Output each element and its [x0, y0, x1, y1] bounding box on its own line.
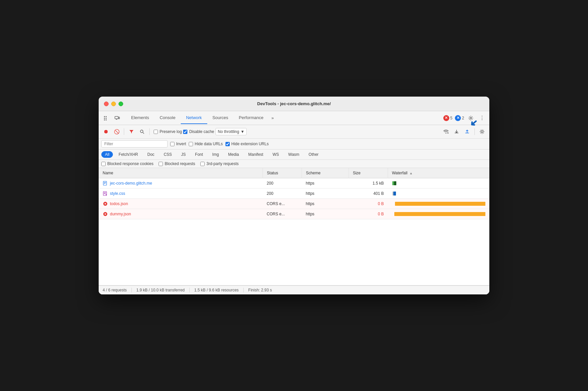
col-status[interactable]: Status	[263, 168, 302, 178]
tab-icons	[101, 113, 122, 123]
third-party-checkbox[interactable]	[200, 162, 205, 166]
svg-rect-6	[115, 116, 118, 119]
type-btn-ws[interactable]: WS	[269, 151, 282, 158]
finish-status: Finish: 2.93 s	[244, 288, 276, 292]
waterfall-cell	[388, 209, 489, 219]
type-btn-other[interactable]: Other	[305, 151, 322, 158]
type-filter: All Fetch/XHR Doc CSS JS Font Img Media …	[99, 150, 489, 160]
size-cell: 0 B	[349, 209, 388, 219]
preserve-log-checkbox[interactable]	[154, 130, 158, 134]
disable-cache-checkbox[interactable]	[183, 130, 187, 134]
size-cell: 1.5 kB	[349, 178, 388, 189]
size-cell: 401 B	[349, 189, 388, 199]
hide-data-urls-checkbox[interactable]	[189, 142, 193, 146]
css-icon	[103, 191, 108, 196]
blocked-cookies-label[interactable]: Blocked response cookies	[101, 161, 153, 166]
toolbar-divider-2	[149, 128, 150, 135]
record-button[interactable]: ⏺	[101, 127, 111, 136]
hide-extension-urls-checkbox[interactable]	[225, 142, 230, 146]
maximize-button[interactable]	[119, 102, 123, 106]
type-btn-css[interactable]: CSS	[160, 151, 175, 158]
col-name[interactable]: Name	[99, 168, 263, 178]
status-cell: 200	[263, 178, 302, 189]
blocked-requests-checkbox[interactable]	[159, 162, 163, 166]
tab-network[interactable]: Network	[181, 112, 207, 124]
cursor-icon[interactable]	[101, 113, 111, 123]
name-cell: style.css	[103, 191, 228, 196]
transferred-status: 1.9 kB / 10.0 kB transferred	[132, 288, 190, 292]
file-name: todos.json	[110, 201, 128, 206]
throttle-select[interactable]: No throttling ▼	[216, 128, 247, 135]
preserve-log-label[interactable]: Preserve log	[154, 129, 182, 134]
tab-performance[interactable]: Performance	[233, 112, 269, 124]
hide-data-urls-label[interactable]: Hide data URLs	[189, 142, 223, 146]
error-badge-blue: ✕ 2	[455, 115, 464, 121]
svg-point-15	[481, 131, 483, 133]
table-row[interactable]: style.css 200 https 401 B	[99, 189, 489, 199]
waterfall-cell	[388, 199, 489, 209]
hide-extension-urls-label[interactable]: Hide extension URLs	[225, 142, 269, 146]
devtools-body: Elements Console Network Sources Perform…	[99, 111, 489, 294]
svg-point-10	[140, 130, 143, 133]
type-btn-media[interactable]: Media	[224, 151, 243, 158]
disable-cache-label[interactable]: Disable cache	[183, 129, 214, 134]
table-header: Name Status Scheme Size Waterfall ▲	[99, 168, 489, 178]
network-settings-icon[interactable]	[477, 127, 487, 136]
tab-sources[interactable]: Sources	[207, 112, 234, 124]
table-row[interactable]: todos.json CORS e... https 0 B	[99, 199, 489, 209]
resources-status: 1.5 kB / 9.6 kB resources	[190, 288, 244, 292]
col-scheme[interactable]: Scheme	[302, 168, 349, 178]
col-waterfall[interactable]: Waterfall ▲	[388, 168, 489, 178]
traffic-lights	[104, 102, 123, 106]
type-btn-font[interactable]: Font	[191, 151, 207, 158]
close-button[interactable]	[104, 102, 109, 106]
table-body: jec-cors-demo.glitch.me 200 https 1.5 kB	[99, 178, 489, 219]
svg-point-12	[446, 133, 447, 134]
error-icon	[103, 211, 108, 217]
scheme-cell: https	[302, 209, 349, 219]
status-cell: CORS e...	[263, 199, 302, 209]
type-btn-fetch-xhr[interactable]: Fetch/XHR	[115, 151, 142, 158]
type-btn-img[interactable]: Img	[209, 151, 222, 158]
settings-icon[interactable]	[466, 113, 475, 123]
table-row[interactable]: dummy.json CORS e... https 0 B	[99, 209, 489, 219]
import-button[interactable]	[452, 127, 461, 136]
name-cell: todos.json	[103, 201, 228, 206]
tab-overflow[interactable]: »	[269, 112, 276, 124]
invert-label[interactable]: Invert	[170, 142, 186, 146]
sort-arrow: ▲	[410, 171, 413, 175]
clear-button[interactable]: 🚫	[112, 127, 121, 136]
device-toolbar-icon[interactable]	[113, 113, 122, 123]
type-btn-js[interactable]: JS	[177, 151, 189, 158]
tab-right-controls: ✕ 5 ✕ 2 ⋮	[443, 113, 487, 123]
blocked-cookies-checkbox[interactable]	[101, 162, 106, 166]
filter-input[interactable]	[101, 140, 168, 148]
type-btn-all[interactable]: All	[101, 151, 113, 158]
third-party-label[interactable]: 3rd-party requests	[200, 161, 238, 166]
type-btn-doc[interactable]: Doc	[144, 151, 158, 158]
scheme-cell: https	[302, 199, 349, 209]
filter-icon[interactable]	[127, 127, 136, 136]
minimize-button[interactable]	[111, 102, 116, 106]
toolbar-right: ➜	[441, 127, 487, 136]
window-title: DevTools - jec-cors-demo.glitch.me/	[257, 101, 331, 106]
tab-console[interactable]: Console	[154, 112, 181, 124]
table-row[interactable]: jec-cors-demo.glitch.me 200 https 1.5 kB	[99, 178, 489, 189]
wifi-settings-icon[interactable]	[441, 127, 451, 136]
more-icon[interactable]: ⋮	[477, 113, 487, 123]
filter-row: Invert Hide data URLs Hide extension URL…	[99, 139, 489, 150]
toolbar: ⏺ 🚫 Preserve log Disable ca	[99, 125, 489, 139]
type-btn-wasm[interactable]: Wasm	[285, 151, 303, 158]
blocked-row: Blocked response cookies Blocked request…	[99, 160, 489, 168]
invert-checkbox[interactable]	[170, 142, 174, 146]
search-icon[interactable]	[137, 127, 147, 136]
blocked-requests-label[interactable]: Blocked requests	[159, 161, 195, 166]
export-button[interactable]: ➜	[463, 127, 472, 136]
network-table: Name Status Scheme Size Waterfall ▲	[99, 168, 489, 219]
error-icon-blue: ✕	[455, 115, 461, 121]
type-btn-manifest[interactable]: Manifest	[245, 151, 267, 158]
col-size[interactable]: Size	[349, 168, 388, 178]
svg-rect-7	[119, 117, 120, 119]
tab-elements[interactable]: Elements	[126, 112, 154, 124]
tab-bar: Elements Console Network Sources Perform…	[99, 111, 489, 125]
